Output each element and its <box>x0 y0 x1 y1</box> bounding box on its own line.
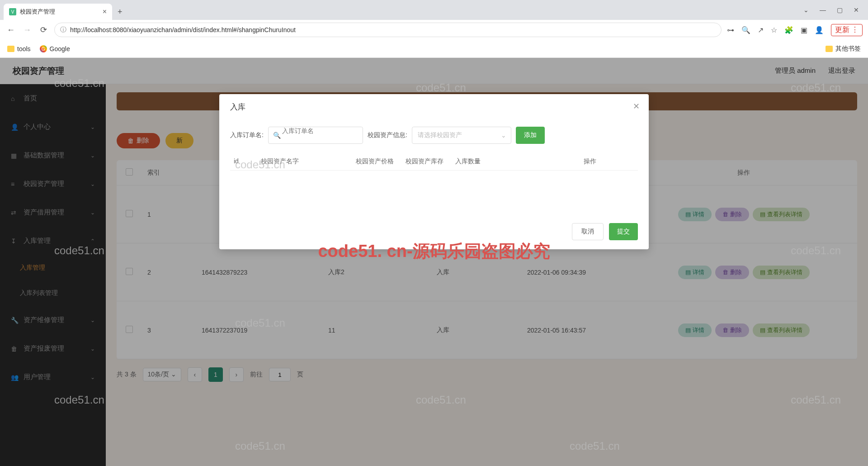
mcol-act: 操作 <box>542 157 638 166</box>
tab-title: 校园资产管理 <box>20 8 99 16</box>
url-text: http://localhost:8080/xiaoyuanzichan/adm… <box>70 26 296 33</box>
reload-button[interactable]: ⟳ <box>38 25 49 35</box>
mcol-name: 校园资产名字 <box>257 157 352 166</box>
maximize-icon[interactable]: ▢ <box>837 6 843 14</box>
mcol-qty: 入库数量 <box>452 157 542 166</box>
add-asset-button[interactable]: 添加 <box>516 127 545 144</box>
back-button[interactable]: ← <box>5 25 16 35</box>
bookmark-tools[interactable]: tools <box>7 45 31 52</box>
order-name-input[interactable] <box>273 127 349 134</box>
profile-icon[interactable]: 👤 <box>815 26 824 34</box>
folder-icon <box>826 46 833 52</box>
key-icon[interactable]: ⊶ <box>727 26 734 34</box>
asset-label: 校园资产信息: <box>368 131 407 139</box>
mcol-stock: 校园资产库存 <box>402 157 452 166</box>
google-icon: G <box>40 45 47 52</box>
cancel-button[interactable]: 取消 <box>572 223 604 240</box>
update-button[interactable]: 更新 ⋮ <box>831 24 863 36</box>
modal-footer: 取消 提交 <box>219 214 649 249</box>
browser-chrome: V 校园资产管理 × + ⌄ — ▢ ✕ ← → ⟳ ⓘ http://loca… <box>0 0 868 58</box>
nav-icons: ⊶ 🔍 ↗ ☆ 🧩 ▣ 👤 更新 ⋮ <box>727 24 863 36</box>
close-icon[interactable]: ✕ <box>633 101 640 111</box>
info-icon[interactable]: ⓘ <box>60 26 66 34</box>
order-label: 入库订单名: <box>230 131 264 139</box>
inbound-modal: 入库 ✕ 入库订单名: 🔍 校园资产信息: 请选择校园资产 ⌄ 添加 id 校园… <box>219 94 649 249</box>
share-icon[interactable]: ↗ <box>758 26 764 34</box>
panel-icon[interactable]: ▣ <box>801 26 807 34</box>
bookmark-other[interactable]: 其他书签 <box>826 45 861 53</box>
chevron-down-icon[interactable]: ⌄ <box>803 6 809 14</box>
tab-bar: V 校园资产管理 × + ⌄ — ▢ ✕ <box>0 0 868 20</box>
asset-select[interactable]: 请选择校园资产 ⌄ <box>412 127 511 144</box>
chevron-down-icon: ⌄ <box>501 132 506 139</box>
bookmark-icon[interactable]: ☆ <box>771 26 777 34</box>
nav-bar: ← → ⟳ ⓘ http://localhost:8080/xiaoyuanzi… <box>0 20 868 40</box>
zoom-icon[interactable]: 🔍 <box>741 26 750 34</box>
modal-title: 入库 <box>230 102 245 112</box>
close-window-icon[interactable]: ✕ <box>854 6 859 14</box>
folder-icon <box>7 46 14 52</box>
minimize-icon[interactable]: — <box>820 6 826 14</box>
mcol-id: id <box>230 157 257 166</box>
modal-body: 入库订单名: 🔍 校园资产信息: 请选择校园资产 ⌄ 添加 id 校园资产名字 … <box>219 119 649 214</box>
new-tab-button[interactable]: + <box>118 7 123 17</box>
mcol-price: 校园资产价格 <box>352 157 402 166</box>
modal-header: 入库 ✕ <box>219 94 649 119</box>
extensions-icon[interactable]: 🧩 <box>784 26 793 34</box>
bookmark-google[interactable]: GGoogle <box>40 45 70 52</box>
browser-tab[interactable]: V 校园资产管理 × <box>4 4 112 20</box>
modal-overlay[interactable]: 入库 ✕ 入库订单名: 🔍 校园资产信息: 请选择校园资产 ⌄ 添加 id 校园… <box>0 58 868 466</box>
submit-button[interactable]: 提交 <box>609 223 638 240</box>
bookmark-bar: tools GGoogle 其他书签 <box>0 40 868 58</box>
order-input-wrap: 🔍 <box>268 127 363 144</box>
vue-icon: V <box>9 8 16 15</box>
search-icon: 🔍 <box>273 132 281 139</box>
close-icon[interactable]: × <box>103 8 107 16</box>
url-bar[interactable]: ⓘ http://localhost:8080/xiaoyuanzichan/a… <box>54 23 722 37</box>
modal-table-header: id 校园资产名字 校园资产价格 校园资产库存 入库数量 操作 <box>230 153 638 171</box>
window-controls: ⌄ — ▢ ✕ <box>803 6 864 14</box>
forward-button[interactable]: → <box>22 25 33 35</box>
